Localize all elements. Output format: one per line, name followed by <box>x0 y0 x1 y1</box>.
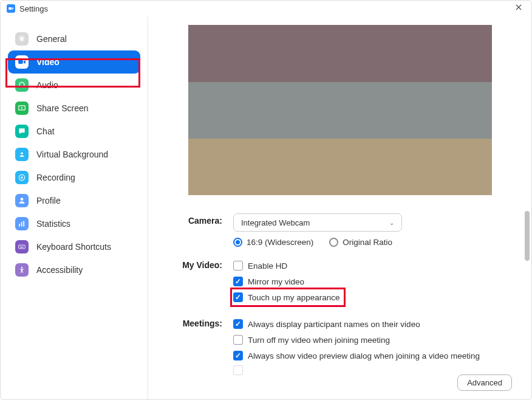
body: General Video Audio Share <box>1 16 531 399</box>
sidebar-item-keyboard-shortcuts[interactable]: Keyboard Shortcuts <box>8 235 140 258</box>
svg-point-15 <box>21 267 22 268</box>
checkbox-icon <box>233 261 243 271</box>
checkbox-icon <box>233 319 243 329</box>
svg-rect-1 <box>18 60 23 64</box>
headphones-icon <box>15 78 29 92</box>
gear-icon <box>15 32 29 46</box>
sidebar-item-label: Video <box>36 57 60 67</box>
checkbox-cutoff <box>233 364 513 375</box>
svg-rect-8 <box>21 222 22 227</box>
video-icon <box>15 55 29 69</box>
checkbox-touch-up-appearance[interactable]: Touch up my appearance <box>233 289 513 305</box>
sidebar-item-label: Profile <box>36 196 61 205</box>
chevron-down-icon: ⌄ <box>389 219 394 226</box>
checkbox-label: Always show video preview dialog when jo… <box>248 351 480 360</box>
sidebar-item-label: Chat <box>36 126 55 136</box>
video-preview <box>188 25 492 195</box>
checkbox-label: Always display participant names on thei… <box>248 320 420 329</box>
camera-dropdown[interactable]: Integrated Webcam ⌄ <box>233 213 402 232</box>
checkbox-turn-off-video-joining[interactable]: Turn off my video when joining meeting <box>233 332 513 348</box>
sidebar-item-profile[interactable]: Profile <box>8 189 140 212</box>
stats-icon <box>15 217 29 230</box>
checkbox-label: Touch up my appearance <box>248 293 340 302</box>
sidebar-item-share-screen[interactable]: Share Screen <box>8 97 140 120</box>
sidebar-item-audio[interactable]: Audio <box>8 74 140 97</box>
record-icon <box>15 171 29 184</box>
meetings-label: Meetings: <box>166 316 233 328</box>
camera-label: Camera: <box>166 213 233 226</box>
sidebar-item-video[interactable]: Video <box>8 50 140 74</box>
checkbox-mirror-video[interactable]: Mirror my video <box>233 274 513 289</box>
camera-selected: Integrated Webcam <box>241 218 310 227</box>
user-icon <box>15 194 29 207</box>
radio-label: Original Ratio <box>343 238 392 247</box>
checkbox-show-video-preview[interactable]: Always show video preview dialog when jo… <box>233 348 513 364</box>
titlebar: Settings <box>1 1 531 16</box>
sidebar-item-label: Recording <box>36 173 75 182</box>
advanced-button[interactable]: Advanced <box>457 374 512 391</box>
svg-rect-10 <box>19 245 26 249</box>
sidebar-item-label: Virtual Background <box>36 150 108 159</box>
scrollbar[interactable] <box>525 211 530 375</box>
close-icon <box>514 3 523 12</box>
sidebar-item-virtual-background[interactable]: Virtual Background <box>8 143 140 166</box>
sidebar-item-label: Keyboard Shortcuts <box>36 242 111 252</box>
scrollbar-thumb[interactable] <box>525 211 530 261</box>
checkbox-icon <box>233 292 243 302</box>
svg-rect-9 <box>23 221 24 226</box>
titlebar-left: Settings <box>7 4 48 13</box>
sidebar-item-statistics[interactable]: Statistics <box>8 212 140 235</box>
sidebar-item-label: Audio <box>36 80 58 90</box>
radio-label: 16:9 (Widescreen) <box>247 238 313 247</box>
svg-rect-11 <box>20 246 21 247</box>
checkbox-label: Turn off my video when joining meeting <box>248 336 390 345</box>
settings-window: Settings General Video <box>0 0 532 400</box>
checkbox-label: Enable HD <box>248 261 287 271</box>
accessibility-icon <box>15 263 29 277</box>
my-video-row: My Video: Enable HD Mirror my video <box>166 258 513 305</box>
sidebar-item-label: Statistics <box>36 219 70 229</box>
window-title: Settings <box>19 4 48 13</box>
sidebar-item-chat[interactable]: Chat <box>8 120 140 143</box>
chat-icon <box>15 125 29 138</box>
sidebar-item-general[interactable]: General <box>8 27 140 50</box>
zoom-logo-icon <box>7 4 15 13</box>
sidebar-item-recording[interactable]: Recording <box>8 166 140 189</box>
checkbox-label: Mirror my video <box>248 277 304 286</box>
checkbox-enable-hd[interactable]: Enable HD <box>233 258 513 274</box>
checkbox-icon <box>233 351 243 360</box>
checkbox-display-participant-names[interactable]: Always display participant names on thei… <box>233 316 513 332</box>
svg-point-5 <box>21 176 23 179</box>
main-panel: Camera: Integrated Webcam ⌄ 16:9 (Widesc… <box>148 16 531 399</box>
keyboard-icon <box>15 240 29 253</box>
svg-point-3 <box>21 153 23 155</box>
checkbox-icon <box>233 365 243 375</box>
svg-rect-12 <box>21 246 22 247</box>
sidebar: General Video Audio Share <box>1 16 148 399</box>
radio-icon <box>329 238 338 247</box>
video-settings: Camera: Integrated Webcam ⌄ 16:9 (Widesc… <box>148 195 531 375</box>
svg-rect-14 <box>20 247 24 248</box>
radio-widescreen[interactable]: 16:9 (Widescreen) <box>233 238 313 247</box>
close-button[interactable] <box>512 1 525 16</box>
checkbox-icon <box>233 335 243 345</box>
sidebar-item-label: General <box>36 34 67 44</box>
share-screen-icon <box>15 102 29 115</box>
radio-icon <box>233 238 242 247</box>
radio-original-ratio[interactable]: Original Ratio <box>329 238 392 247</box>
my-video-label: My Video: <box>166 258 233 270</box>
meetings-row: Meetings: Always display participant nam… <box>166 316 513 375</box>
camera-row: Camera: Integrated Webcam ⌄ 16:9 (Widesc… <box>166 213 513 247</box>
svg-rect-7 <box>19 224 20 227</box>
user-image-icon <box>15 148 29 161</box>
svg-rect-13 <box>22 246 23 247</box>
checkbox-icon <box>233 277 243 286</box>
svg-point-6 <box>21 198 24 201</box>
sidebar-item-label: Accessibility <box>36 265 83 275</box>
sidebar-item-accessibility[interactable]: Accessibility <box>8 258 140 281</box>
sidebar-item-label: Share Screen <box>36 103 89 113</box>
